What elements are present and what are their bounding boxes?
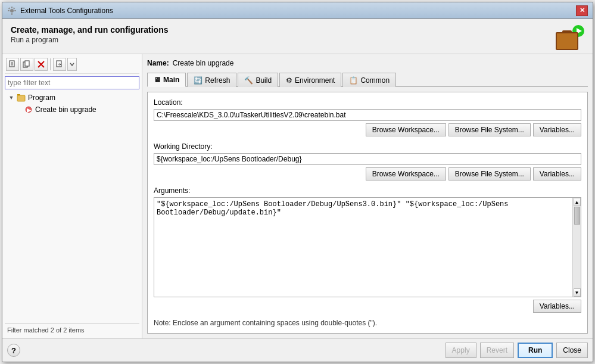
tab-environment-label: Environment	[295, 76, 335, 85]
working-directory-input[interactable]	[154, 153, 581, 165]
tab-build-label: Build	[256, 76, 272, 85]
name-value: Create bin upgrade	[173, 59, 234, 67]
working-directory-label: Working Directory:	[154, 142, 581, 151]
header-title: Create, manage, and run configurations	[11, 25, 169, 35]
common-tab-icon: 📋	[349, 76, 358, 85]
header-subtitle: Run a program	[11, 36, 169, 44]
arguments-textarea-wrapper: ▲ ▼	[154, 197, 581, 297]
apply-button[interactable]: Apply	[446, 343, 476, 358]
tab-environment[interactable]: ⚙ Environment	[279, 73, 341, 87]
tab-main-label: Main	[163, 76, 179, 84]
tab-main[interactable]: 🖥 Main	[147, 73, 186, 87]
child-label: Create bin upgrade	[35, 105, 96, 114]
arguments-scrollbar[interactable]: ▲ ▼	[572, 198, 581, 297]
svg-rect-17	[17, 95, 25, 101]
svg-rect-6	[13, 7, 15, 10]
footer-left: ?	[7, 344, 442, 357]
location-label: Location:	[154, 98, 581, 107]
location-browse-file-system-button[interactable]: Browse File System...	[448, 123, 531, 136]
footer-buttons: Apply Revert Run Close	[446, 343, 588, 358]
arguments-section: Arguments: ▲ ▼ Variables...	[154, 186, 581, 313]
wd-variables-button[interactable]: Variables...	[533, 167, 581, 181]
scrollbar-down-button[interactable]: ▼	[574, 288, 581, 297]
arguments-variables-button[interactable]: Variables...	[533, 300, 581, 313]
filter-status: Filter matched 2 of 2 items	[5, 323, 139, 336]
tab-build[interactable]: 🔨 Build	[238, 73, 278, 87]
program-folder-icon	[17, 93, 26, 102]
child-item-icon: ▶	[24, 105, 33, 114]
location-browse-workspace-button[interactable]: Browse Workspace...	[366, 123, 446, 136]
footer-bar: ? Apply Revert Run Close	[2, 338, 593, 362]
window-title: External Tools Configurations	[20, 7, 113, 15]
toolbar-dropdown[interactable]	[67, 58, 77, 71]
new-icon	[8, 60, 17, 69]
delete-config-button[interactable]	[35, 58, 48, 71]
scrollbar-up-button[interactable]: ▲	[574, 198, 581, 206]
scrollbar-thumb[interactable]	[574, 207, 580, 225]
help-button[interactable]: ?	[7, 344, 20, 357]
environment-tab-icon: ⚙	[286, 76, 292, 85]
svg-point-0	[10, 9, 14, 13]
build-tab-icon: 🔨	[244, 76, 253, 85]
left-panel: ▼ Program ▶	[2, 54, 142, 338]
svg-rect-1	[11, 7, 13, 8]
tabs-bar: 🖥 Main 🔄 Refresh 🔨 Build ⚙ Environment 📋	[147, 72, 588, 87]
tree-item-program[interactable]: ▼ Program	[5, 92, 139, 104]
refresh-tab-icon: 🔄	[194, 76, 203, 85]
run-button[interactable]: Run	[518, 343, 553, 358]
dropdown-arrow-icon	[69, 61, 75, 67]
arguments-label: Arguments:	[154, 186, 581, 195]
working-directory-buttons: Browse Workspace... Browse File System..…	[154, 167, 581, 181]
svg-rect-15	[57, 61, 61, 67]
svg-rect-5	[8, 7, 11, 10]
svg-rect-12	[25, 61, 29, 66]
location-variables-button[interactable]: Variables...	[533, 123, 581, 136]
main-tab-content: Location: Browse Workspace... Browse Fil…	[147, 92, 588, 334]
location-section: Location: Browse Workspace... Browse Fil…	[154, 98, 581, 136]
right-panel: Name: Create bin upgrade 🖥 Main 🔄 Refres…	[142, 54, 593, 338]
left-toolbar	[5, 57, 139, 74]
tree-area: ▼ Program ▶	[5, 92, 139, 323]
wd-browse-workspace-button[interactable]: Browse Workspace...	[366, 167, 446, 181]
wd-browse-file-system-button[interactable]: Browse File System...	[448, 167, 531, 181]
working-directory-section: Working Directory: Browse Workspace... B…	[154, 142, 581, 181]
export-button[interactable]	[53, 58, 66, 71]
header-icon-area	[556, 25, 584, 50]
location-buttons: Browse Workspace... Browse File System..…	[154, 123, 581, 136]
name-label: Name:	[147, 59, 169, 67]
svg-text:▶: ▶	[27, 107, 32, 113]
export-icon	[55, 60, 64, 69]
tab-common-label: Common	[360, 76, 390, 85]
close-window-button[interactable]: ✕	[576, 5, 588, 16]
title-bar: External Tools Configurations ✕	[2, 2, 593, 19]
tree-expand-icon[interactable]: ▼	[7, 94, 15, 102]
tab-common[interactable]: 📋 Common	[342, 73, 396, 87]
main-tab-icon: 🖥	[154, 76, 161, 84]
svg-rect-3	[8, 10, 10, 11]
revert-button[interactable]: Revert	[480, 343, 514, 358]
tab-refresh-label: Refresh	[205, 76, 230, 85]
toolbox-handle	[562, 30, 572, 33]
name-row: Name: Create bin upgrade	[147, 59, 588, 67]
tree-item-create-bin[interactable]: ▶ Create bin upgrade	[5, 104, 139, 116]
arguments-buttons: Variables...	[154, 300, 581, 313]
arguments-textarea[interactable]	[154, 198, 572, 297]
tab-refresh[interactable]: 🔄 Refresh	[187, 73, 236, 87]
copy-config-button[interactable]	[20, 58, 33, 71]
copy-icon	[23, 60, 31, 69]
location-input[interactable]	[154, 109, 581, 121]
program-label: Program	[28, 94, 55, 102]
window-icon	[7, 6, 17, 15]
svg-rect-4	[14, 10, 16, 11]
close-button[interactable]: Close	[556, 343, 588, 358]
new-config-button[interactable]	[6, 58, 19, 71]
toolbox-icon	[556, 32, 578, 50]
delete-icon	[37, 60, 45, 69]
header-section: Create, manage, and run configurations R…	[2, 19, 593, 54]
note-text: Note: Enclose an argument containing spa…	[154, 319, 581, 327]
filter-input[interactable]	[5, 76, 139, 89]
scrollbar-track	[573, 206, 581, 288]
content-area: ▼ Program ▶	[2, 54, 593, 338]
toolbar-separator	[50, 58, 51, 70]
svg-rect-2	[11, 13, 13, 15]
